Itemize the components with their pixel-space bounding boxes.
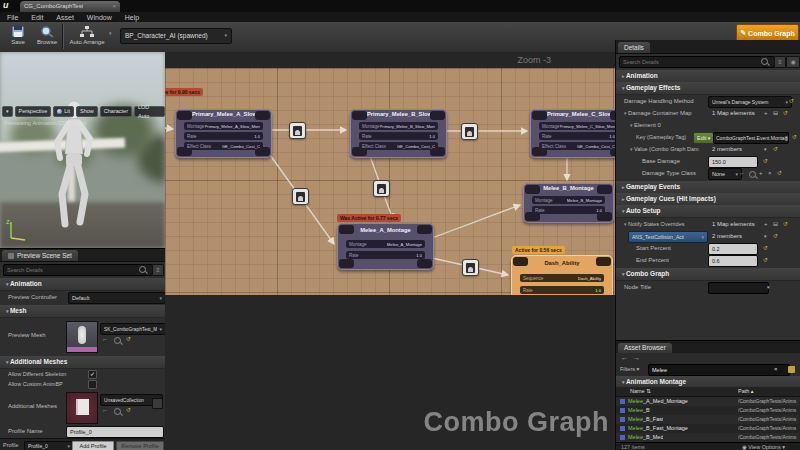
trash-icon[interactable]: ⊟ <box>773 218 778 230</box>
chevron-down-icon[interactable]: ▾ <box>767 281 770 293</box>
reset-icon[interactable]: ↺ <box>789 95 794 107</box>
graph-node-melee-a[interactable]: Melee_A_Montage MontageMelee_A_Montage R… <box>337 223 434 270</box>
filters-label[interactable]: Filters ▾ <box>620 363 639 375</box>
viewport-menu-button[interactable]: ▾ <box>2 106 13 117</box>
browse-to-icon[interactable] <box>114 337 121 344</box>
document-tab[interactable]: CG_ComboGraphTest × <box>20 1 120 12</box>
show-button[interactable]: Show <box>76 106 98 117</box>
chevron-down-icon[interactable]: ▾ <box>109 30 112 36</box>
add-element-icon[interactable]: + <box>759 167 763 179</box>
reset-icon[interactable]: ↺ <box>763 242 768 254</box>
asset-search-input[interactable] <box>648 364 790 376</box>
menu-edit[interactable]: Edit <box>31 14 43 21</box>
save-search-icon[interactable] <box>788 366 795 373</box>
browse-to-icon[interactable] <box>749 171 756 178</box>
section-animation[interactable]: Animation <box>0 278 171 291</box>
section-additional-meshes[interactable]: Additional Meshes <box>0 356 171 369</box>
character-button[interactable]: Character <box>100 106 132 117</box>
menu-file[interactable]: File <box>7 14 18 21</box>
preview-mesh-dropdown[interactable]: SK_ComboGraphTest_Man <box>100 323 166 335</box>
graph-node-melee-b[interactable]: Melee_B_Montage MontageMelee_B_Montage R… <box>523 183 614 223</box>
use-selected-icon[interactable]: ← <box>739 167 745 179</box>
preview-controller-dropdown[interactable]: Default <box>68 292 166 304</box>
clear-search-icon[interactable]: × <box>774 363 778 375</box>
preview-target-dropdown[interactable]: BP_Character_AI (spawned) ▾ <box>120 28 232 44</box>
section-mesh[interactable]: Mesh <box>0 305 171 318</box>
add-element-icon[interactable]: + <box>764 218 768 230</box>
preview-viewport[interactable]: ▾ Perspective Lit Show Character LOD Aut… <box>0 52 165 248</box>
trash-icon[interactable]: ⊟ <box>773 107 778 119</box>
damage-type-dropdown[interactable]: None <box>708 168 742 180</box>
reset-icon[interactable]: ↺ <box>773 230 778 242</box>
spinner-icon[interactable]: ↕ <box>754 242 757 254</box>
element0-label[interactable]: Element 0 <box>630 119 661 131</box>
graph-node-primary-melee-b[interactable]: Primary_Melee_B_Slow_Montage MontagePrim… <box>350 109 447 158</box>
preview-mesh-thumbnail[interactable] <box>66 321 98 353</box>
menu-help[interactable]: Help <box>125 14 139 21</box>
graph-node-primary-melee-a[interactable]: Primary_Melee_A_Slow_Montage MontagePrim… <box>175 109 272 158</box>
transition-item[interactable] <box>289 122 306 139</box>
graph-canvas[interactable]: Was Active for 0.90 secs Primary_Melee_A… <box>165 68 615 295</box>
graph-node-primary-melee-c[interactable]: Primary_Melee_C_Slow_Montage MontagePrim… <box>530 109 615 158</box>
lod-auto-button[interactable]: LOD Auto <box>134 106 165 117</box>
add-element-icon[interactable]: + <box>764 107 768 119</box>
remove-profile-button[interactable]: Remove Profile <box>116 441 164 450</box>
combo-graph-editor[interactable]: Zoom -3 Was Active for 0.90 secs <box>165 52 615 450</box>
reset-icon[interactable]: ↺ <box>763 155 768 167</box>
chevron-down-icon[interactable]: ▾ <box>785 131 788 143</box>
node-title-input[interactable] <box>708 282 769 294</box>
reset-icon[interactable]: ↺ <box>773 143 778 155</box>
transition-item[interactable] <box>461 123 478 140</box>
transition-item[interactable] <box>292 188 309 205</box>
settings-grid-icon[interactable]: ≡ <box>152 264 164 276</box>
reset-icon[interactable]: ↺ <box>792 131 797 143</box>
spinner-icon[interactable]: ↕ <box>754 155 757 167</box>
menu-window[interactable]: Window <box>87 14 112 21</box>
tab-preview-scene-settings[interactable]: Preview Scene Set <box>2 250 78 261</box>
additional-meshes-thumbnail[interactable] <box>66 392 98 424</box>
chevron-down-icon[interactable]: ▾ <box>764 143 767 155</box>
reset-icon[interactable]: ↺ <box>126 404 131 416</box>
use-selected-icon[interactable]: ← <box>102 404 108 416</box>
view-options-button[interactable]: ◉ View Options ▾ <box>742 441 785 450</box>
column-name[interactable]: Name ⇅ <box>630 385 651 397</box>
column-path[interactable]: Path ▴ <box>738 385 754 397</box>
asset-row[interactable]: Melee_B_Fast/ComboGraphTests/Anims <box>616 415 799 424</box>
tab-details[interactable]: Details <box>618 42 650 53</box>
reset-icon[interactable]: ↺ <box>783 107 788 119</box>
reset-icon[interactable]: ↺ <box>777 167 782 179</box>
profile-name-input[interactable]: Profile_0 <box>66 426 164 438</box>
notify-states-label[interactable]: Notify States Overrides <box>624 218 684 230</box>
reset-icon[interactable]: ↺ <box>126 333 131 345</box>
end-percent-input[interactable]: 0.6 <box>708 255 758 267</box>
profile-dropdown[interactable]: Profile_0 <box>24 441 74 450</box>
allow-skeleton-checkbox[interactable]: ✓ <box>88 370 97 379</box>
transition-item[interactable] <box>462 259 479 276</box>
value-combo-graph-label[interactable]: Value (Combo Graph Dam <box>630 143 699 155</box>
clear-icon[interactable]: × <box>768 167 772 179</box>
perspective-button[interactable]: Perspective <box>15 106 52 117</box>
details-search-input[interactable] <box>619 56 775 68</box>
preview-search-input[interactable] <box>3 264 153 276</box>
section-combo-graph[interactable]: Combo Graph <box>616 268 800 281</box>
auto-arrange-button[interactable]: Auto Arrange <box>66 25 108 45</box>
transition-item[interactable] <box>373 180 390 197</box>
section-gameplay-effects[interactable]: Gameplay Effects <box>616 82 800 95</box>
asset-row[interactable]: Melee_A_Med_Montage/ComboGraphTests/Anim… <box>616 397 799 406</box>
add-profile-button[interactable]: Add Profile <box>72 441 114 450</box>
use-selected-icon[interactable]: ← <box>102 333 108 345</box>
view-options-eye-icon[interactable]: ◉ <box>786 56 800 68</box>
browse-to-icon[interactable] <box>114 408 121 415</box>
close-icon[interactable]: × <box>112 1 116 12</box>
browse-button[interactable]: Browse <box>34 25 60 45</box>
save-button[interactable]: Save <box>6 25 30 45</box>
graph-node-dash-ability[interactable]: Dash_Ability SequenceDash_Ability Rate1.… <box>511 255 613 295</box>
allow-animbp-checkbox[interactable] <box>88 380 97 389</box>
lit-button[interactable]: Lit <box>53 106 74 117</box>
display-filter-icon[interactable]: ≡ <box>774 56 786 68</box>
expand-icon[interactable] <box>152 398 163 409</box>
reset-icon[interactable]: ↺ <box>763 254 768 266</box>
reset-icon[interactable]: ↺ <box>783 218 788 230</box>
chevron-down-icon[interactable]: ▾ <box>764 230 767 242</box>
spinner-icon[interactable]: ↕ <box>754 254 757 266</box>
